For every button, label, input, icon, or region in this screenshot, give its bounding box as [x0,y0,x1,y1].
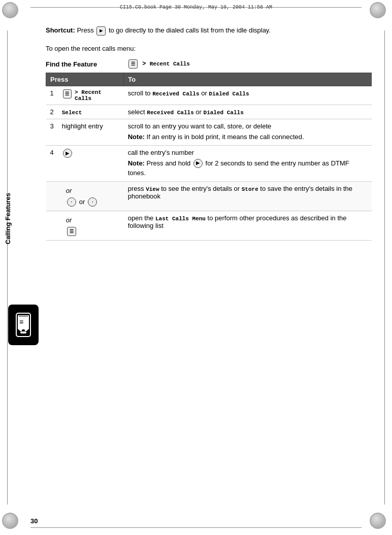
table-row: 2 Select select Received Calls or Dialed… [46,105,372,119]
table-row: or ☰ open the Last Calls Menu to perform… [46,211,372,240]
note-4: Note: Press and hold ▶ for 2 seconds to … [128,158,368,178]
store-label: Store [242,186,258,192]
dialed-calls-1: Dialed Calls [209,91,249,97]
sidebar-label: Calling Features [4,193,12,244]
shortcut-text: Press [77,26,95,34]
menu-btn-1: ☰ [63,89,72,98]
header-text: CI15.CG.book Page 30 Monday, May 10, 200… [0,0,392,14]
step-num-2: 2 [46,105,58,119]
find-feature-destination: Recent Calls [150,61,190,67]
to-cell-3-main: scroll to an entry you want to call, sto… [128,122,368,130]
table-row: 3 highlight entry scroll to an entry you… [46,119,372,146]
or-label-2: or [62,214,120,226]
or-between: or [79,198,85,206]
to-cell-3: scroll to an entry you want to call, sto… [124,119,372,146]
to-cell-4-main: call the entry's number [128,149,368,156]
dialed-calls-2: Dialed Calls [204,110,244,116]
page-number: 30 [30,517,38,525]
or-spacer-1 [46,181,58,211]
press-cell-4: ▶ [58,145,124,181]
menu-btn-2: ☰ [67,227,76,236]
svg-text:≡: ≡ [19,318,23,326]
view-label: View [146,186,159,192]
or-press-col-1: or · or · [58,181,124,211]
right-edge-line [384,30,385,505]
to-open-paragraph: To open the recent calls menu: [46,44,372,54]
note-label-4: Note: [128,159,145,167]
corner-decoration-br [370,513,390,533]
press-cell-3: highlight entry [58,119,124,146]
find-feature-value: ☰ > Recent Calls [127,59,190,69]
shortcut-paragraph: Shortcut: Press ▶ to go directly to the … [46,25,372,36]
note-3: Note: If an entry is in bold print, it m… [128,132,368,142]
press-header: Press [46,73,124,86]
table-row: 4 ▶ call the entry's number Note: Press … [46,145,372,181]
steps-table: Press To 1 ☰ > Recent Calls scroll to Re… [46,73,372,241]
or-to-col-1: press View to see the entry's details or… [124,181,372,211]
shortcut-label: Shortcut: [46,26,75,34]
main-content: Shortcut: Press ▶ to go directly to the … [46,25,372,515]
press-cell-2: Select [58,105,124,119]
press-cell-1: ☰ > Recent Calls [58,86,124,105]
to-header: To [124,73,372,86]
step-num-3: 3 [46,119,58,146]
to-cell-2: select Received Calls or Dialed Calls [124,105,372,119]
shortcut-text2: to go directly to the dialed calls list … [109,26,271,34]
phone-icon: ≡ [8,305,39,345]
to-cell-1: scroll to Received Calls or Dialed Calls [124,86,372,105]
table-header-row: Press To [46,73,372,86]
or-spacer-2 [46,211,58,240]
view-btn: · [67,197,76,207]
press-text-1: > Recent Calls [75,89,120,102]
received-calls-2: Received Calls [147,110,193,116]
last-calls-menu-label: Last Calls Menu [155,216,206,222]
or-to-col-2: open the Last Calls Menu to perform othe… [124,211,372,240]
received-calls-1: Received Calls [152,91,199,97]
find-feature-arrow: > [142,60,149,68]
to-cell-4: call the entry's number Note: Press and … [124,145,372,181]
send-btn-note: ▶ [193,159,203,168]
or-label-1: or [62,185,120,196]
send-button-icon: ▶ [96,26,106,36]
select-label: Select [62,110,82,116]
left-edge-line [7,30,8,505]
note-label-3: Note: [128,133,145,141]
corner-decoration-bl [2,513,22,533]
table-row: or · or · press View to see the entry's … [46,181,372,211]
or-press-col-2: or ☰ [58,211,124,240]
menu-icon-ff: ☰ [128,59,138,69]
table-row: 1 ☰ > Recent Calls scroll to Received Ca… [46,86,372,105]
bottom-edge-line [30,527,362,528]
find-feature-row: Find the Feature ☰ > Recent Calls [46,59,372,69]
store-btn: · [88,197,97,207]
svg-rect-2 [20,331,26,333]
step-num-1: 1 [46,86,58,105]
send-btn-4: ▶ [63,149,72,158]
find-feature-label: Find the Feature [46,60,97,68]
step-num-4: 4 [46,145,58,181]
